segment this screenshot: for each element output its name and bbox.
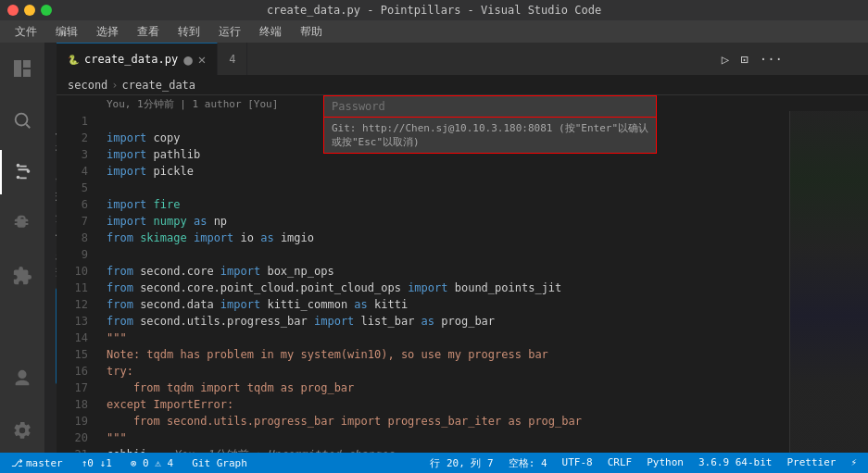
svg-line-1 (26, 124, 30, 128)
status-python-version[interactable]: 3.6.9 64-bit (695, 456, 775, 468)
status-branch[interactable]: ⎇ master (7, 453, 67, 473)
breadcrumb-sep: › (111, 79, 118, 92)
menu-help[interactable]: 帮助 (293, 22, 330, 42)
more-icon[interactable]: ··· (758, 50, 785, 68)
sidebar-item-branches[interactable]: › BRANCHES (44, 442, 57, 453)
sidebar-title: 源代码管理 (44, 43, 57, 123)
activity-debug[interactable] (0, 202, 44, 246)
git-graph-label: Git Graph (192, 457, 247, 469)
status-right: 行 20, 列 7 空格: 4 UTF-8 CRLF Python 3.6.9 … (426, 456, 861, 470)
code-editor[interactable]: 12345 678910 1112131415 1617181920 21222… (57, 111, 868, 453)
line-numbers: 12345 678910 1112131415 1617181920 21222… (57, 111, 95, 453)
title-bar: create_data.py - Pointpillars - Visual S… (0, 0, 868, 20)
python-file-icon: 🐍 (68, 55, 79, 65)
status-sync[interactable]: ↑0 ↓1 (78, 453, 116, 473)
close-button[interactable] (7, 5, 19, 16)
window-controls (7, 5, 52, 16)
activity-extensions[interactable] (0, 254, 44, 298)
sync-count: ↑0 ↓1 (82, 457, 112, 469)
activity-bar (0, 43, 44, 453)
tab-close-icon[interactable]: ✕ (198, 52, 206, 67)
status-spaces[interactable]: 空格: 4 (505, 456, 551, 470)
status-errors[interactable]: ⊗ 0 ⚠ 4 (127, 453, 177, 473)
breadcrumb: second › create_data (57, 75, 868, 95)
code-content[interactable]: import copy import pathlib import pickle… (95, 111, 789, 453)
activity-search[interactable] (0, 98, 44, 143)
breadcrumb-second[interactable]: second (68, 79, 107, 92)
menu-select[interactable]: 选择 (89, 22, 126, 42)
menu-edit[interactable]: 编辑 (48, 22, 85, 42)
menu-file[interactable]: 文件 (7, 22, 44, 42)
tab-4-label: 4 (229, 53, 235, 66)
branch-name: master (26, 457, 63, 469)
editor-toolbar: ▷ ⊡ ··· (720, 50, 785, 68)
breadcrumb-create-data[interactable]: create_data (122, 79, 195, 92)
window-title: create_data.py - Pointpillars - Visual S… (267, 4, 601, 17)
sidebar: 源代码管理 代码同管理 ··· 消息(Ctrl+Enter 在"master"提… (44, 43, 57, 453)
activity-explorer[interactable] (0, 46, 44, 91)
editor-container: Git: http://Chen.sj@10.10.3.180:8081 (按"… (57, 43, 868, 453)
status-position[interactable]: 行 20, 列 7 (426, 456, 497, 470)
maximize-button[interactable] (41, 5, 52, 16)
password-overlay: Git: http://Chen.sj@10.10.3.180:8081 (按"… (323, 95, 657, 154)
tab-create-data[interactable]: 🐍 create_data.py ● ✕ (57, 43, 218, 75)
menu-bar: 文件 编辑 选择 查看 转到 运行 终端 帮助 (0, 20, 868, 43)
status-language[interactable]: Python (643, 456, 687, 468)
error-count: ⊗ 0 ⚠ 4 (131, 457, 173, 469)
password-input[interactable] (324, 96, 656, 118)
minimize-button[interactable] (24, 5, 35, 16)
tab-label: create_data.py (84, 53, 178, 66)
run-icon[interactable]: ▷ (720, 50, 731, 68)
sidebar-item-commits[interactable]: › COMMITS (44, 395, 57, 411)
sidebar-item-file-history[interactable]: › FILE HISTORY (44, 413, 57, 441)
activity-scm[interactable] (0, 150, 44, 194)
status-encoding[interactable]: UTF-8 (559, 456, 597, 468)
minimap (789, 111, 868, 453)
svg-point-0 (16, 114, 28, 126)
branch-icon: ⎇ (11, 457, 23, 469)
menu-run[interactable]: 运行 (211, 22, 248, 42)
status-lightning[interactable]: ⚡ (847, 456, 861, 468)
status-prettier[interactable]: Prettier (783, 456, 839, 468)
minimap-content (790, 111, 868, 453)
menu-terminal[interactable]: 终端 (252, 22, 289, 42)
password-box: Git: http://Chen.sj@10.10.3.180:8081 (按"… (323, 95, 657, 154)
activity-settings[interactable] (0, 408, 44, 453)
activity-account[interactable] (0, 356, 44, 401)
commit-placeholder-label: 消息(Ctrl+Enter 在"master"提交) (44, 209, 57, 282)
status-git-graph[interactable]: Git Graph (188, 453, 251, 473)
tab-4[interactable]: 4 (218, 43, 247, 75)
password-hint: Git: http://Chen.sj@10.10.3.180:8081 (按"… (324, 118, 656, 153)
status-eol[interactable]: CRLF (604, 456, 636, 468)
menu-goto[interactable]: 转到 (170, 22, 208, 42)
status-bar: ⎇ master ↑0 ↓1 ⊗ 0 ⚠ 4 Git Graph 行 20, 列… (0, 453, 868, 473)
split-icon[interactable]: ⊡ (738, 50, 749, 68)
menu-view[interactable]: 查看 (130, 22, 167, 42)
